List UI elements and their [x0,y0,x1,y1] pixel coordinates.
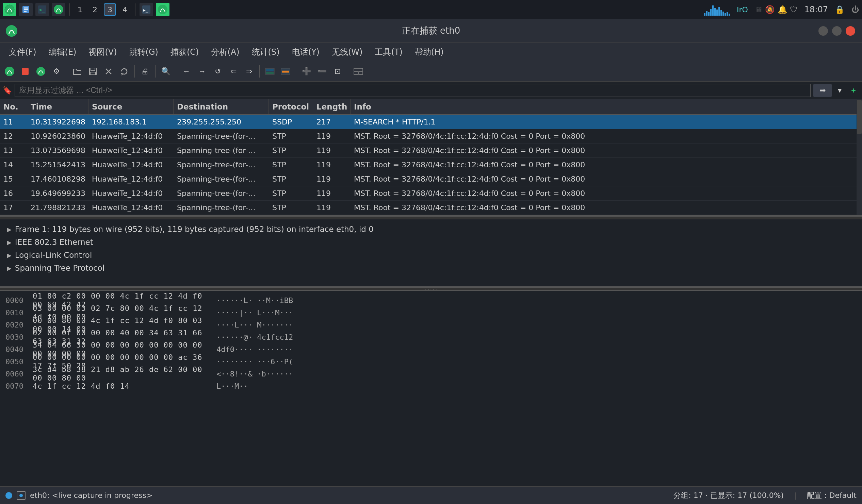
menu-help[interactable]: 帮助(H) [409,44,449,59]
table-row[interactable]: 11 10.313922698 192.168.183.1 239.255.25… [0,115,862,129]
hex-offset: 0060 [5,370,26,378]
capture-options-button[interactable]: ⚙ [50,65,63,78]
packet-len: 119 [313,201,351,215]
nav-first-button[interactable]: ⇐ [227,65,240,78]
svg-point-0 [5,5,14,14]
menu-view[interactable]: 视图(V) [83,44,122,59]
packet-list-scrollbar[interactable] [857,99,862,215]
menu-stats[interactable]: 统计(S) [246,44,285,59]
menu-capture[interactable]: 捕获(C) [165,44,204,59]
start-capture-button[interactable] [3,65,16,78]
packet-dest: Spanning-tree-(for-… [173,129,269,143]
col-header-source: Source [89,99,173,114]
hex-offset: 0050 [5,357,26,366]
packet-len: 119 [313,172,351,186]
hex-ascii: ·····|·· L···M··· [217,308,293,317]
hex-ascii: 4df0···· ········ [217,345,293,354]
resize-handle-1[interactable]: · · · · · [0,216,862,220]
packet-info: MST. Root = 32768/0/4c:1f:cc:12:4d:f0 Co… [351,129,862,143]
scrollbar-thumb[interactable] [857,100,862,134]
zoom-out-button[interactable]: ➖ [315,65,329,78]
packet-source: HuaweiTe_12:4d:f0 [89,201,173,215]
stop-capture-button[interactable] [18,65,32,78]
table-row[interactable]: 13 13.073569698 HuaweiTe_12:4d:f0 Spanni… [0,144,862,158]
maximize-button[interactable] [832,26,841,36]
packet-proto: STP [269,144,313,158]
menu-file[interactable]: 文件(F) [3,44,42,59]
find-button[interactable]: 🔍 [159,65,172,78]
nav-back-button[interactable]: ← [180,65,193,78]
expand-arrow-frame: ▶ [7,226,12,233]
svg-rect-3 [24,9,28,10]
minimize-button[interactable] [819,26,828,36]
table-row[interactable]: 17 21.798821233 HuaweiTe_12:4d:f0 Spanni… [0,201,862,215]
packet-time: 13.073569698 [27,144,89,158]
svg-rect-16 [91,68,95,71]
svg-rect-17 [90,72,96,75]
zoom-normal-button[interactable]: ⊡ [331,65,344,78]
desktop-1[interactable]: 1 [74,3,86,16]
svg-point-12 [5,67,14,76]
filter-dropdown-button[interactable]: ▾ [834,84,845,97]
nav-fwd-button[interactable]: → [195,65,209,78]
clock-area: IrO 🖥 🔕 🔔 🛡 18:07 🔒 ⏻ [704,3,859,16]
terminal2-taskbar-icon[interactable]: ▶_ [140,3,153,16]
wireshark3-taskbar-icon[interactable] [156,3,169,16]
packet-info: MST. Root = 32768/0/4c:1f:cc:12:4d:f0 Co… [351,186,862,200]
detail-frame[interactable]: ▶ Frame 1: 119 bytes on wire (952 bits),… [5,223,857,236]
files-taskbar-icon[interactable] [19,3,33,16]
save-file-button[interactable] [86,65,100,78]
packet-len: 119 [313,129,351,143]
wireshark-taskbar-icon[interactable] [3,3,16,16]
detail-llc[interactable]: ▶ Logical-Link Control [5,249,857,262]
autoscroll-button[interactable] [279,65,292,78]
nav-jump-button[interactable]: ↺ [211,65,225,78]
menu-phone[interactable]: 电话(Y) [287,44,325,59]
reload-file-button[interactable] [117,65,131,78]
close-button[interactable] [846,26,855,36]
filter-add-button[interactable]: + [848,84,859,97]
layout-button[interactable] [352,65,365,78]
table-row[interactable]: 16 19.649699233 HuaweiTe_12:4d:f0 Spanni… [0,186,862,201]
table-row[interactable]: 12 10.926023860 HuaweiTe_12:4d:f0 Spanni… [0,129,862,144]
packet-info: MST. Root = 32768/0/4c:1f:cc:12:4d:f0 Co… [351,201,862,215]
svg-rect-29 [359,72,363,75]
terminal-taskbar-icon[interactable]: >_ [35,3,49,16]
nav-last-button[interactable]: ⇒ [242,65,256,78]
col-header-len: Length [313,99,351,114]
packet-dest: Spanning-tree-(for-… [173,144,269,158]
menu-edit[interactable]: 编辑(E) [43,44,82,59]
restart-capture-button[interactable] [34,65,48,78]
toolbar-sep-7 [348,65,348,78]
zoom-in-button[interactable]: ➕ [299,65,313,78]
svg-rect-4 [24,11,27,12]
svg-point-7 [54,5,63,14]
filter-apply-button[interactable]: ➡ [813,84,832,97]
packet-proto: STP [269,172,313,186]
capture-status-dot [5,492,12,499]
resize-handle-2[interactable]: · · · · · [0,287,862,291]
print-button[interactable]: 🖨 [138,65,152,78]
menu-tools[interactable]: 工具(T) [369,44,408,59]
colorize-button[interactable] [263,65,277,78]
desktop-4[interactable]: 4 [119,3,131,16]
packet-no: 16 [0,186,27,200]
wireshark2-taskbar-icon[interactable] [52,3,65,16]
desktop-3[interactable]: 3 [104,3,116,16]
packet-len: 119 [313,158,351,172]
desktop-2[interactable]: 2 [89,3,101,16]
svg-point-11 [6,25,17,37]
menu-wireless[interactable]: 无线(W) [326,44,368,59]
packet-proto: STP [269,129,313,143]
detail-ethernet[interactable]: ▶ IEEE 802.3 Ethernet [5,236,857,249]
table-row[interactable]: 15 17.460108298 HuaweiTe_12:4d:f0 Spanni… [0,172,862,186]
packet-source: HuaweiTe_12:4d:f0 [89,129,173,143]
menu-go[interactable]: 跳转(G) [124,44,164,59]
detail-stp[interactable]: ▶ Spanning Tree Protocol [5,262,857,275]
open-file-button[interactable] [70,65,84,78]
table-row[interactable]: 14 15.251542413 HuaweiTe_12:4d:f0 Spanni… [0,158,862,172]
menu-analyze[interactable]: 分析(A) [206,44,245,59]
packet-len: 119 [313,186,351,200]
display-filter-input[interactable] [15,84,811,97]
close-file-button[interactable] [102,65,115,78]
